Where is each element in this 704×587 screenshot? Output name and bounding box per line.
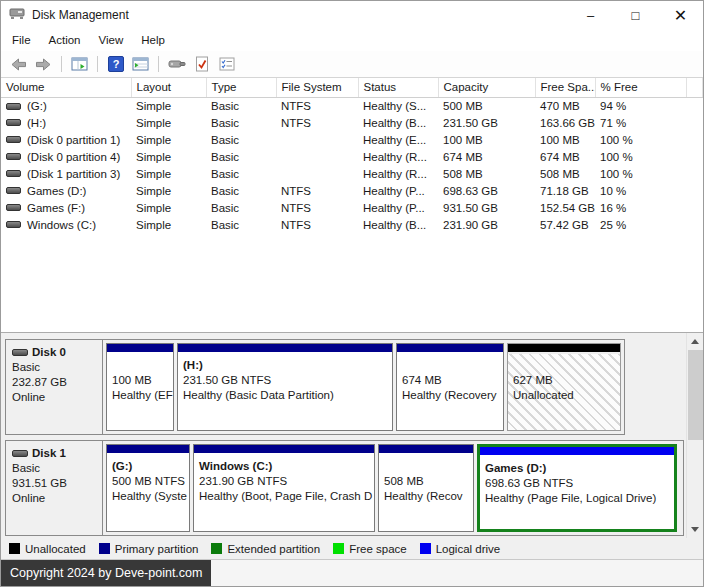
- disk-0-partitions: 100 MB Healthy (EFI (H:) 231.50 GB NTFS …: [103, 340, 624, 434]
- disk-1-partitions: (G:) 500 MB NTFS Healthy (Syste Windows …: [103, 441, 683, 535]
- disk-1-label[interactable]: Disk 1 Basic 931.51 GB Online: [6, 441, 103, 535]
- legend-primary-partition: Primary partition: [99, 543, 199, 555]
- volume-icon: [6, 153, 21, 160]
- unallocated-swatch: [9, 543, 20, 554]
- table-row[interactable]: (H:) SimpleBasicNTFSHealthy (B...231.50 …: [1, 114, 703, 131]
- check-document-icon[interactable]: [190, 54, 213, 75]
- console-properties-icon[interactable]: [129, 54, 152, 75]
- help-icon[interactable]: ?: [104, 54, 127, 75]
- partition-recovery-disk0[interactable]: 674 MB Healthy (Recovery: [396, 343, 504, 431]
- primary-partition-bar: [107, 445, 189, 455]
- partition-g[interactable]: (G:) 500 MB NTFS Healthy (Syste: [106, 444, 190, 532]
- col-type[interactable]: Type: [206, 78, 276, 97]
- col-layout[interactable]: Layout: [131, 78, 206, 97]
- partition-h[interactable]: (H:) 231.50 GB NTFS Healthy (Basic Data …: [177, 343, 393, 431]
- table-row[interactable]: (Disk 0 partition 1) SimpleBasicHealthy …: [1, 131, 703, 148]
- free-space-swatch: [333, 543, 344, 554]
- disk-1-row: Disk 1 Basic 931.51 GB Online (G:) 500 M…: [5, 440, 684, 536]
- console-window-icon[interactable]: [68, 54, 91, 75]
- volume-list-pane: Volume Layout Type File System Status Ca…: [1, 78, 703, 332]
- primary-partition-bar: [194, 445, 374, 455]
- col-file-system[interactable]: File System: [276, 78, 358, 97]
- logical-drive-bar: [480, 447, 674, 457]
- maximize-button[interactable]: □: [613, 1, 658, 29]
- volume-icon: [6, 170, 21, 177]
- primary-partition-bar: [397, 344, 503, 354]
- svg-text:?: ?: [112, 58, 119, 70]
- table-row[interactable]: Windows (C:) SimpleBasicNTFSHealthy (B..…: [1, 216, 703, 233]
- back-arrow-icon[interactable]: [7, 54, 30, 75]
- unallocated-bar: [508, 344, 620, 354]
- toolbar-separator: [158, 56, 159, 72]
- partition-unallocated[interactable]: 627 MB Unallocated: [507, 343, 621, 431]
- disk-icon: [12, 450, 28, 457]
- col-volume[interactable]: Volume: [1, 78, 131, 97]
- legend-unallocated: Unallocated: [9, 543, 86, 555]
- volume-icon: [6, 119, 21, 126]
- minimize-button[interactable]: –: [568, 1, 613, 29]
- col-free-space[interactable]: Free Spa...: [535, 78, 595, 97]
- legend-free-space: Free space: [333, 543, 407, 555]
- volume-icon: [6, 204, 21, 211]
- volume-icon: [6, 221, 21, 228]
- volume-icon: [6, 187, 21, 194]
- disk-0-row: Disk 0 Basic 232.87 GB Online 100 MB Hea…: [5, 339, 625, 435]
- scrollbar-thumb[interactable]: [688, 350, 703, 440]
- menu-action[interactable]: Action: [40, 32, 90, 48]
- table-header-row: Volume Layout Type File System Status Ca…: [1, 78, 703, 97]
- volume-table: Volume Layout Type File System Status Ca…: [1, 78, 703, 233]
- menu-view[interactable]: View: [90, 32, 133, 48]
- legend-bar: Unallocated Primary partition Extended p…: [1, 538, 703, 559]
- title-bar: Disk Management – □ ✕: [1, 1, 703, 29]
- window-controls: – □ ✕: [568, 1, 703, 29]
- window-title: Disk Management: [32, 8, 129, 22]
- menu-file[interactable]: File: [3, 32, 40, 48]
- col-capacity[interactable]: Capacity: [438, 78, 535, 97]
- close-button[interactable]: ✕: [658, 1, 703, 29]
- legend-extended-partition: Extended partition: [211, 543, 320, 555]
- forward-arrow-icon[interactable]: [32, 54, 55, 75]
- primary-partition-bar: [379, 445, 473, 455]
- primary-partition-swatch: [99, 543, 110, 554]
- disk-icon: [12, 349, 28, 356]
- col-filler: [686, 78, 703, 97]
- partition-recovery-disk1[interactable]: 508 MB Healthy (Recov: [378, 444, 474, 532]
- primary-partition-bar: [107, 344, 173, 354]
- col-pct-free[interactable]: % Free: [595, 78, 686, 97]
- table-row[interactable]: (G:) SimpleBasicNTFSHealthy (S...500 MB4…: [1, 97, 703, 114]
- table-row[interactable]: (Disk 0 partition 4) SimpleBasicHealthy …: [1, 148, 703, 165]
- toolbar-separator: [97, 56, 98, 72]
- disk-graph-pane: Disk 0 Basic 232.87 GB Online 100 MB Hea…: [1, 332, 703, 538]
- legend-logical-drive: Logical drive: [420, 543, 501, 555]
- table-row[interactable]: Games (D:) SimpleBasicNTFSHealthy (P...6…: [1, 182, 703, 199]
- task-list-icon[interactable]: [215, 54, 238, 75]
- footer-strip: Copyright 2024 by Deve-point.com: [1, 559, 703, 586]
- volume-icon: [6, 136, 21, 143]
- primary-partition-bar: [178, 344, 392, 354]
- copyright-label: Copyright 2024 by Deve-point.com: [1, 560, 211, 586]
- menu-help[interactable]: Help: [132, 32, 174, 48]
- logical-drive-swatch: [420, 543, 431, 554]
- toolbar: ?: [1, 51, 703, 78]
- scroll-down-icon[interactable]: [687, 521, 703, 538]
- disk-management-window: Disk Management – □ ✕ File Action View H…: [0, 0, 704, 587]
- menu-bar: File Action View Help: [1, 29, 703, 51]
- volume-icon: [6, 103, 21, 110]
- vertical-scrollbar[interactable]: [686, 333, 703, 538]
- col-status[interactable]: Status: [358, 78, 438, 97]
- disk-0-label[interactable]: Disk 0 Basic 232.87 GB Online: [6, 340, 103, 434]
- toolbar-separator: [61, 56, 62, 72]
- scroll-up-icon[interactable]: [687, 333, 703, 350]
- partition-efi[interactable]: 100 MB Healthy (EFI: [106, 343, 174, 431]
- table-row[interactable]: (Disk 1 partition 3) SimpleBasicHealthy …: [1, 165, 703, 182]
- app-icon: [9, 8, 25, 22]
- table-row[interactable]: Games (F:) SimpleBasicNTFSHealthy (P...9…: [1, 199, 703, 216]
- disk-tool-icon[interactable]: [165, 54, 188, 75]
- extended-partition-swatch: [211, 543, 222, 554]
- partition-windows-c[interactable]: Windows (C:) 231.90 GB NTFS Healthy (Boo…: [193, 444, 375, 532]
- partition-games-d-selected[interactable]: Games (D:) 698.63 GB NTFS Healthy (Page …: [477, 444, 677, 532]
